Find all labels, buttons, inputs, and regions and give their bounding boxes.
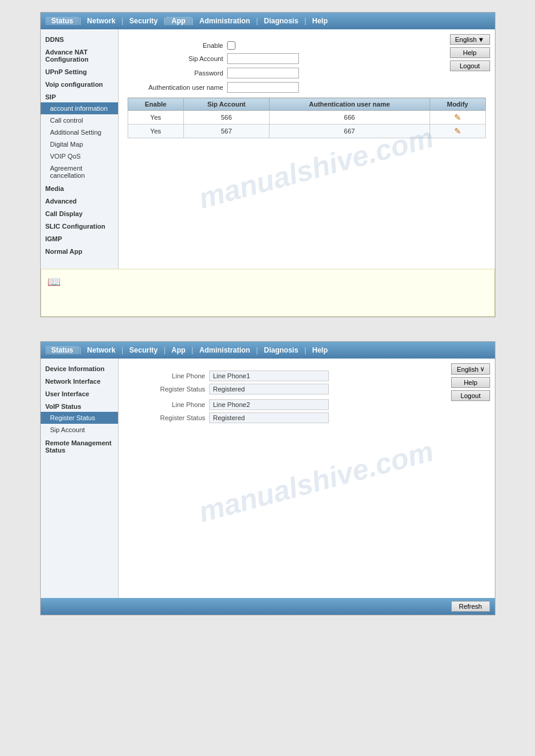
sidebar-call-display[interactable]: Call Display [41,207,118,219]
form-row-sip: Sip Account [128,53,486,64]
nav-bar-1: Status | Network | Security | App | Admi… [41,13,495,29]
sidebar-upnp[interactable]: UPnP Setting [41,65,118,77]
row2-edit-icon[interactable]: ✎ [454,126,461,136]
auth-user-input[interactable] [227,82,299,93]
nav-app-2[interactable]: App [165,346,191,354]
sidebar-remote-mgmt[interactable]: Remote Management Status [41,436,118,456]
sidebar-digital-map[interactable]: Digital Map [41,138,118,150]
content-1: English ▼ Help Logout Enable Sip Account [119,29,495,269]
sidebar-device-info[interactable]: Device Information [41,362,118,374]
sidebar-igmp[interactable]: IGMP [41,232,118,244]
nav-network-2[interactable]: Network [81,346,121,354]
sidebar-media[interactable]: Media [41,181,118,194]
row2-enable: Yes [128,125,184,138]
table-header-sip: Sip Account [184,98,269,111]
row2-sip: 567 [184,125,269,138]
table-row: Yes 567 667 ✎ [128,125,485,138]
status-row-line1: Line Phone Line Phone1 [128,371,486,381]
sip-account-input[interactable] [227,53,299,64]
sip-account-label: Sip Account [128,55,223,62]
row1-modify[interactable]: ✎ [430,111,485,125]
sidebar-advanced[interactable]: Advanced [41,194,118,207]
nav-network-1[interactable]: Network [81,17,121,25]
sidebar-2: Device Information Network Interface Use… [41,359,119,598]
panel-2: manualshive.com Status | Network | Secur… [40,341,495,615]
auth-user-label: Authentication user name [128,84,223,91]
register-status2-value: Registered [209,412,329,423]
nav-security-1[interactable]: Security [123,17,164,25]
row1-enable: Yes [128,111,184,125]
main-area-2: Device Information Network Interface Use… [41,359,495,598]
form-area-1: Enable Sip Account Password Authenticati… [128,41,486,93]
row1-auth: 666 [269,111,430,125]
sidebar-sip[interactable]: SIP [41,90,118,102]
register-status2-label: Register Status [128,414,205,421]
line-phone1-label: Line Phone [128,372,205,379]
form-row-auth: Authentication user name [128,82,486,93]
sidebar-slic[interactable]: SLIC Configuration [41,219,118,232]
info-book-icon: 📖 [47,275,61,289]
info-box-1: 📖 [41,269,495,317]
sidebar-voip-status[interactable]: VoIP Status [41,399,118,412]
nav-status-2[interactable]: Status [46,346,80,354]
sidebar-normal-app[interactable]: Normal App [41,244,118,257]
status-row-reg1: Register Status Registered [128,384,486,394]
row1-edit-icon[interactable]: ✎ [454,113,461,122]
sidebar-call-control[interactable]: Call control [41,114,118,126]
sidebar-nat[interactable]: Advance NAT Configuration [41,45,118,65]
sidebar-additional-setting[interactable]: Additional Setting [41,126,118,138]
enable-checkbox[interactable] [227,41,235,50]
nav-security-2[interactable]: Security [123,346,164,354]
password-label: Password [128,69,223,77]
help-button-2[interactable]: Help [451,377,489,388]
sidebar-register-status[interactable]: Register Status [41,412,118,424]
bottom-bar-2: Refresh [41,598,495,615]
register-status1-label: Register Status [128,385,205,393]
sidebar-voip-qos[interactable]: VOIP QoS [41,150,118,162]
nav-diagnosis-2[interactable]: Diagnosis [258,346,304,354]
status-row-line2: Line Phone Line Phone2 [128,399,486,410]
sidebar-network-interface[interactable]: Network Interface [41,374,118,387]
content-2: English ∨ Help Logout Line Phone Line Ph… [119,359,495,598]
nav-admin-2[interactable]: Administration [194,346,256,354]
logout-button-2[interactable]: Logout [451,390,489,401]
right-buttons-2: English ∨ Help Logout [451,363,489,401]
sidebar-agreement[interactable]: Agreement cancellation [41,162,118,181]
status-content-area: Line Phone Line Phone1 Register Status R… [128,371,486,423]
nav-help-2[interactable]: Help [306,346,334,354]
sidebar-sip-account-2[interactable]: Sip Account [41,424,118,436]
sidebar-user-interface[interactable]: User Interface [41,387,118,399]
line-phone2-label: Line Phone [128,401,205,408]
table-header-auth: Authentication user name [269,98,430,111]
nav-bar-2: Status | Network | Security | App | Admi… [41,342,495,359]
panel-1: manualshive.com Status | Network | Secur… [40,12,495,317]
logout-button-1[interactable]: Logout [450,60,490,71]
lang-button-2[interactable]: English ∨ [451,363,489,375]
form-row-password: Password [128,68,486,78]
password-input[interactable] [227,68,299,78]
row1-sip: 566 [184,111,269,125]
sidebar-1: DDNS Advance NAT Configuration UPnP Sett… [41,29,119,269]
help-button-1[interactable]: Help [450,47,490,58]
nav-status-1[interactable]: Status [46,17,80,25]
form-row-enable: Enable [128,41,486,50]
enable-label: Enable [128,42,223,49]
nav-help-1[interactable]: Help [306,17,334,25]
line-phone1-value: Line Phone1 [209,371,329,381]
sidebar-ddns[interactable]: DDNS [41,32,118,45]
sidebar-voip[interactable]: Voip configuration [41,77,118,90]
table-header-modify: Modify [430,98,485,111]
register-status1-value: Registered [209,384,329,394]
row2-auth: 667 [269,125,430,138]
right-buttons-1: English ▼ Help Logout [450,34,490,71]
row2-modify[interactable]: ✎ [430,125,485,138]
nav-admin-1[interactable]: Administration [194,17,256,25]
line-phone2-value: Line Phone2 [209,399,329,410]
refresh-button[interactable]: Refresh [451,601,490,612]
table-header-enable: Enable [128,98,184,111]
nav-app-1[interactable]: App [165,17,191,25]
sidebar-account-info[interactable]: account information [41,102,118,114]
table-row: Yes 566 666 ✎ [128,111,485,125]
nav-diagnosis-1[interactable]: Diagnosis [258,17,304,25]
lang-button-1[interactable]: English ▼ [450,34,490,45]
